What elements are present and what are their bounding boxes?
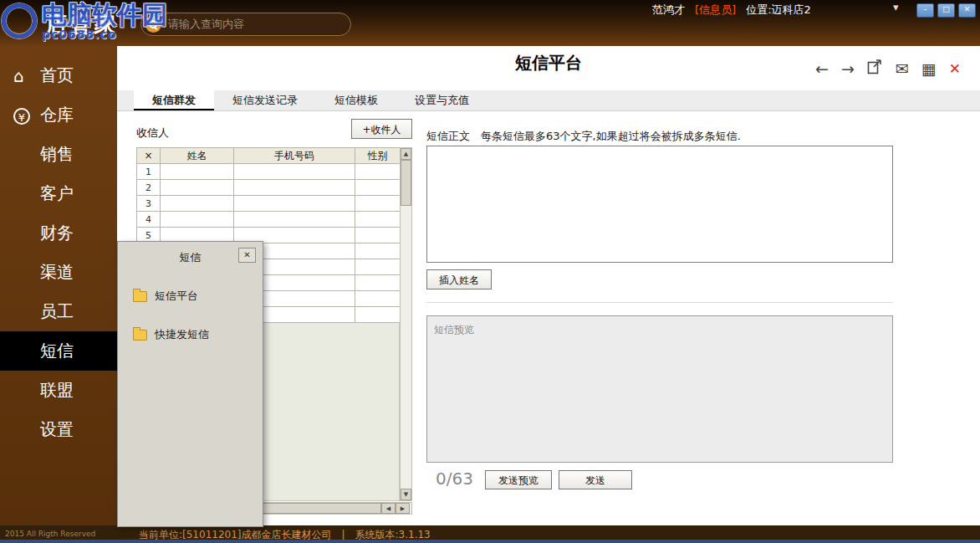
user-info: 范鸿才 [信息员] 位置:迈科店2 — [652, 3, 811, 18]
popup-close-button[interactable]: ✕ — [238, 248, 256, 263]
store-location: 位置:迈科店2 — [746, 3, 811, 18]
table-cell[interactable] — [355, 228, 401, 243]
copyright-text: 2015 All Rigth Reserved — [5, 530, 95, 538]
add-recipient-button[interactable]: +收件人 — [351, 119, 412, 139]
table-cell[interactable] — [355, 164, 401, 180]
table-header-cell: 性别 — [355, 148, 401, 164]
table-row[interactable]: 2 — [137, 180, 401, 196]
table-cell[interactable] — [234, 180, 355, 196]
sidebar-item-channels[interactable]: 渠道 — [0, 253, 117, 292]
scroll-down-icon[interactable]: ▼ — [401, 489, 411, 500]
tab-settings-recharge[interactable]: 设置与充值 — [396, 90, 487, 110]
close-button[interactable]: ✕ — [958, 3, 976, 18]
table-cell[interactable] — [355, 275, 401, 291]
tab-bulk-send[interactable]: 短信群发 — [134, 90, 214, 110]
char-counter: 0/63 — [436, 469, 473, 489]
sidebar-item-sales[interactable]: 销售 — [0, 135, 117, 174]
sidebar-item-alliance[interactable]: 联盟 — [0, 371, 117, 410]
app-logo: 店管家 — [45, 10, 118, 39]
sidebar-item-settings[interactable]: 设置 — [0, 410, 117, 449]
table-cell[interactable] — [355, 212, 401, 228]
user-role-badge: [信息员] — [695, 3, 736, 18]
table-cell[interactable] — [161, 212, 234, 228]
tabstrip: 短信群发短信发送记录短信模板设置与充值 — [117, 90, 980, 111]
search-placeholder: 请输入查询内容 — [168, 17, 244, 32]
table-cell[interactable] — [161, 196, 234, 212]
popup-item-sms-platform[interactable]: 短信平台 — [133, 289, 263, 304]
popup-item-quick-send-sms[interactable]: 快捷发短信 — [133, 327, 263, 342]
sidebar-item-customers[interactable]: 客户 — [0, 174, 117, 213]
tab-templates[interactable]: 短信模板 — [316, 90, 396, 110]
sidebar-item-label: 员工 — [40, 300, 74, 323]
table-header-cell: × — [137, 148, 161, 164]
send-button[interactable]: 发送 — [559, 470, 632, 489]
sidebar-item-warehouse[interactable]: ¥仓库 — [0, 95, 117, 135]
popup-item-label: 短信平台 — [155, 289, 198, 304]
table-cell[interactable] — [161, 164, 234, 180]
row-number-cell: 1 — [137, 164, 161, 180]
sidebar-item-label: 销售 — [40, 143, 74, 166]
sidebar-item-staff[interactable]: 员工 — [0, 292, 117, 331]
sms-popup-menu: 短信 ✕ 短信平台快捷发短信 — [117, 241, 263, 527]
red-close-icon[interactable]: ✕ — [949, 59, 961, 78]
table-cell[interactable] — [355, 243, 401, 259]
mail-icon[interactable]: ✉ — [896, 59, 909, 78]
sidebar-item-label: 短信 — [40, 340, 74, 362]
table-row[interactable]: 3 — [137, 196, 401, 212]
table-cell[interactable] — [355, 259, 401, 275]
back-arrow-icon[interactable]: ← — [815, 59, 829, 78]
row-number-cell: 3 — [137, 196, 161, 212]
vertical-scroll-thumb[interactable] — [401, 160, 411, 206]
sidebar-item-label: 设置 — [40, 418, 74, 441]
search-icon[interactable] — [145, 17, 161, 33]
sidebar-item-label: 仓库 — [40, 104, 74, 126]
divider — [426, 302, 893, 303]
export-icon[interactable] — [867, 59, 883, 78]
table-cell[interactable] — [161, 180, 234, 196]
window-controls: –□✕ — [916, 3, 976, 18]
calculator-icon[interactable]: ▦ — [921, 59, 937, 78]
search-input[interactable]: 请输入查询内容 — [140, 13, 351, 36]
chevron-down-icon[interactable]: ▾ — [893, 1, 899, 13]
sidebar-item-label: 财务 — [40, 222, 74, 244]
sidebar-item-sms[interactable]: 短信 — [0, 331, 117, 371]
table-header-row: ×姓名手机号码性别 — [137, 148, 401, 164]
recipients-table-header: ×姓名手机号码性别 — [137, 148, 401, 164]
table-cell[interactable] — [234, 212, 355, 228]
tab-send-records[interactable]: 短信发送记录 — [214, 90, 316, 110]
table-row[interactable]: 4 — [137, 212, 401, 228]
topbar: 店管家 请输入查询内容 范鸿才 [信息员] 位置:迈科店2 ▾ –□✕ — [0, 0, 980, 46]
table-header-cell: 手机号码 — [234, 148, 355, 164]
sidebar-item-label: 联盟 — [40, 379, 74, 402]
maximize-button[interactable]: □ — [937, 3, 955, 18]
popup-items: 短信平台快捷发短信 — [118, 289, 263, 342]
table-cell[interactable] — [355, 196, 401, 212]
popup-item-label: 快捷发短信 — [155, 327, 209, 342]
table-cell[interactable] — [355, 291, 401, 307]
table-cell[interactable] — [234, 164, 355, 180]
insert-name-button[interactable]: 插入姓名 — [426, 269, 492, 289]
sidebar-item-label: 客户 — [40, 182, 74, 205]
page-toolbar: ← → ✉ ▦ ✕ — [815, 59, 961, 78]
send-preview-button[interactable]: 发送预览 — [485, 470, 552, 489]
sidebar-item-finance[interactable]: 财务 — [0, 213, 117, 253]
table-row[interactable]: 1 — [137, 164, 401, 180]
row-number-cell: 4 — [137, 212, 161, 228]
minimize-button[interactable]: – — [916, 3, 934, 18]
scroll-up-icon[interactable]: ▲ — [401, 148, 411, 160]
scroll-right-icon[interactable]: ▶ — [396, 503, 410, 514]
table-cell[interactable] — [234, 196, 355, 212]
forward-arrow-icon[interactable]: → — [841, 59, 855, 78]
folder-icon — [133, 291, 147, 302]
scroll-left-icon[interactable]: ◀ — [381, 503, 396, 514]
sms-body-textarea[interactable] — [426, 146, 893, 263]
table-cell[interactable] — [355, 307, 401, 323]
home-icon: ⌂ — [13, 66, 40, 86]
vertical-scrollbar[interactable]: ▲ ▼ — [400, 147, 412, 501]
table-header-cell: 姓名 — [161, 148, 234, 164]
recipients-label: 收信人 — [136, 126, 169, 141]
sidebar-item-home[interactable]: ⌂首页 — [0, 56, 117, 95]
table-cell[interactable] — [355, 180, 401, 196]
yen-circle-icon: ¥ — [13, 105, 40, 126]
sms-body-hint: 短信正文 每条短信最多63个文字,如果超过将会被拆成多条短信. — [426, 129, 741, 144]
